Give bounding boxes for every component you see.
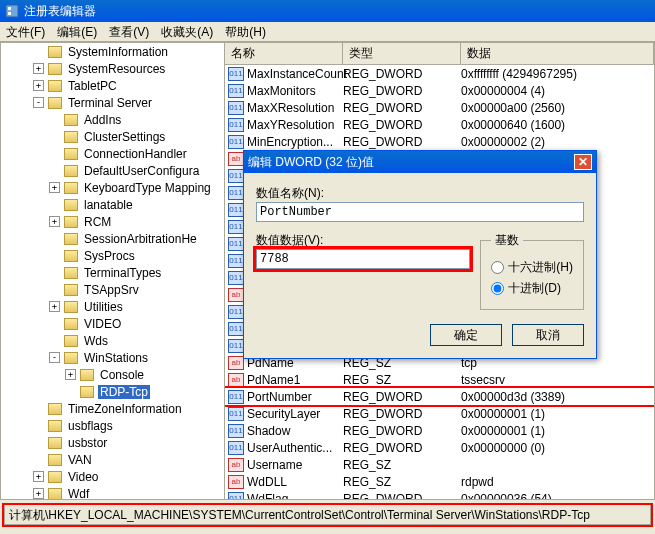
tree-item[interactable]: ConnectionHandler (1, 145, 224, 162)
tree-item[interactable]: ClusterSettings (1, 128, 224, 145)
expand-toggle[interactable]: + (33, 471, 44, 482)
folder-icon (64, 114, 78, 126)
col-type[interactable]: 类型 (343, 43, 461, 64)
tree-item[interactable]: usbstor (1, 434, 224, 451)
expand-toggle[interactable]: + (33, 80, 44, 91)
tree-item[interactable]: Wds (1, 332, 224, 349)
list-row[interactable]: abPdName1REG_SZtssecsrv (225, 371, 654, 388)
expand-toggle[interactable]: + (33, 488, 44, 499)
tree-item[interactable]: VAN (1, 451, 224, 468)
tree-label: ConnectionHandler (82, 147, 189, 161)
folder-icon (64, 233, 78, 245)
tree-item[interactable]: +TabletPC (1, 77, 224, 94)
tree-item[interactable]: -WinStations (1, 349, 224, 366)
folder-icon (64, 335, 78, 347)
folder-icon (64, 199, 78, 211)
tree-item[interactable]: SystemInformation (1, 43, 224, 60)
list-row[interactable]: 011WdFlagREG_DWORD0x00000036 (54) (225, 490, 654, 499)
expand-toggle[interactable]: - (33, 97, 44, 108)
tree-label: DefaultUserConfigura (82, 164, 201, 178)
cell-data: 0x00000000 (0) (461, 441, 654, 455)
value-data-input[interactable] (256, 249, 470, 269)
svg-rect-0 (6, 5, 18, 17)
folder-icon (48, 46, 62, 58)
tree-label: Video (66, 470, 100, 484)
close-icon[interactable]: ✕ (574, 154, 592, 170)
radio-hex-label[interactable]: 十六进制(H) (508, 259, 573, 276)
menubar: 文件(F) 编辑(E) 查看(V) 收藏夹(A) 帮助(H) (0, 22, 655, 42)
ok-button[interactable]: 确定 (430, 324, 502, 346)
cell-type: REG_DWORD (343, 84, 461, 98)
dialog-titlebar[interactable]: 编辑 DWORD (32 位)值 ✕ (244, 151, 596, 173)
list-row[interactable]: 011MaxYResolutionREG_DWORD0x00000640 (16… (225, 116, 654, 133)
tree-item[interactable]: AddIns (1, 111, 224, 128)
list-header[interactable]: 名称 类型 数据 (225, 43, 654, 65)
expand-toggle[interactable]: + (49, 216, 60, 227)
tree-label: lanatable (82, 198, 135, 212)
tree-item[interactable]: +Utilities (1, 298, 224, 315)
tree-item[interactable]: TSAppSrv (1, 281, 224, 298)
col-data[interactable]: 数据 (461, 43, 654, 64)
tree-item[interactable]: RDP-Tcp (1, 383, 224, 400)
binary-icon: 011 (228, 169, 244, 183)
folder-icon (48, 454, 62, 466)
list-row[interactable]: 011SecurityLayerREG_DWORD0x00000001 (1) (225, 405, 654, 422)
key-tree[interactable]: SystemInformation+SystemResources+Tablet… (1, 43, 225, 499)
list-row[interactable]: 011PortNumberREG_DWORD0x00000d3d (3389) (225, 388, 654, 405)
list-row[interactable]: 011MinEncryption...REG_DWORD0x00000002 (… (225, 133, 654, 150)
col-name[interactable]: 名称 (225, 43, 343, 64)
radio-dec[interactable] (491, 282, 504, 295)
tree-item[interactable]: lanatable (1, 196, 224, 213)
tree-item[interactable]: TimeZoneInformation (1, 400, 224, 417)
tree-item[interactable]: +SystemResources (1, 60, 224, 77)
binary-icon: 011 (228, 67, 244, 81)
tree-item[interactable]: +KeyboardType Mapping (1, 179, 224, 196)
tree-item[interactable]: DefaultUserConfigura (1, 162, 224, 179)
list-row[interactable]: 011ShadowREG_DWORD0x00000001 (1) (225, 422, 654, 439)
cell-type: REG_SZ (343, 475, 461, 489)
expand-toggle[interactable]: + (65, 369, 76, 380)
list-row[interactable]: abWdDLLREG_SZrdpwd (225, 473, 654, 490)
tree-label: ClusterSettings (82, 130, 167, 144)
expand-toggle[interactable]: + (33, 63, 44, 74)
list-row[interactable]: 011MaxInstanceCountREG_DWORD0xffffffff (… (225, 65, 654, 82)
tree-item[interactable]: -Terminal Server (1, 94, 224, 111)
folder-icon (64, 250, 78, 262)
expand-toggle[interactable]: - (49, 352, 60, 363)
tree-item[interactable]: TerminalTypes (1, 264, 224, 281)
cell-data: 0x00000036 (54) (461, 492, 654, 500)
list-row[interactable]: 011MaxMonitorsREG_DWORD0x00000004 (4) (225, 82, 654, 99)
expand-toggle[interactable]: + (49, 301, 60, 312)
binary-icon: 011 (228, 271, 244, 285)
tree-item[interactable]: SessionArbitrationHe (1, 230, 224, 247)
binary-icon: 011 (228, 186, 244, 200)
menu-file[interactable]: 文件(F) (6, 24, 45, 39)
binary-icon: 011 (228, 305, 244, 319)
cell-type: REG_DWORD (343, 135, 461, 149)
tree-item[interactable]: +RCM (1, 213, 224, 230)
value-name-input[interactable] (256, 202, 584, 222)
tree-item[interactable]: usbflags (1, 417, 224, 434)
tree-label: TimeZoneInformation (66, 402, 184, 416)
menu-edit[interactable]: 编辑(E) (57, 24, 97, 39)
menu-view[interactable]: 查看(V) (109, 24, 149, 39)
list-row[interactable]: 011UserAuthentic...REG_DWORD0x00000000 (… (225, 439, 654, 456)
menu-help[interactable]: 帮助(H) (225, 24, 266, 39)
binary-icon: 011 (228, 135, 244, 149)
list-row[interactable]: 011MaxXResolutionREG_DWORD0x00000a00 (25… (225, 99, 654, 116)
tree-item[interactable]: SysProcs (1, 247, 224, 264)
cell-type: REG_DWORD (343, 67, 461, 81)
cell-type: REG_DWORD (343, 424, 461, 438)
list-row[interactable]: abUsernameREG_SZ (225, 456, 654, 473)
window-title: 注册表编辑器 (24, 3, 96, 20)
tree-item[interactable]: +Video (1, 468, 224, 485)
tree-item[interactable]: VIDEO (1, 315, 224, 332)
radio-hex[interactable] (491, 261, 504, 274)
tree-item[interactable]: +Console (1, 366, 224, 383)
tree-item[interactable]: +Wdf (1, 485, 224, 499)
radio-dec-label[interactable]: 十进制(D) (508, 280, 561, 297)
cancel-button[interactable]: 取消 (512, 324, 584, 346)
folder-icon (64, 284, 78, 296)
menu-fav[interactable]: 收藏夹(A) (161, 24, 213, 39)
expand-toggle[interactable]: + (49, 182, 60, 193)
